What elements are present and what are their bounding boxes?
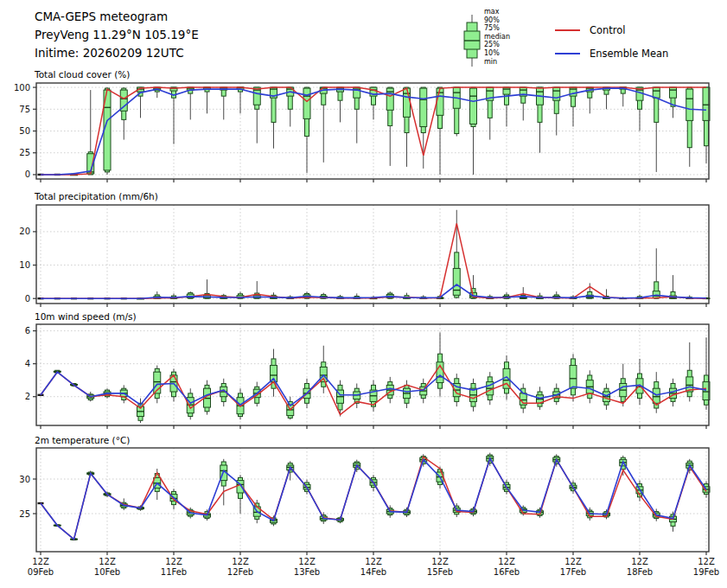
tick-label: 12Z: [698, 557, 715, 566]
box-whisker: [670, 275, 677, 298]
box-whisker: [253, 87, 260, 144]
tick-label: 12Z: [498, 557, 515, 566]
box-whisker: [570, 354, 577, 401]
tick-label: 10Feb: [94, 567, 120, 577]
tick-label: 12Z: [365, 557, 382, 566]
tick-label: 12Z: [631, 557, 648, 566]
meteogram-page: { "header": { "line1": "CMA-GEPS meteogr…: [0, 0, 727, 588]
tick-label: 100: [14, 83, 30, 93]
box-whisker: [220, 87, 227, 119]
box-whisker: [303, 87, 310, 173]
tick-label: 25: [19, 148, 30, 157]
meteogram-plot: 025507510001020246253012Z09Feb12Z10Feb12…: [0, 0, 727, 588]
tick-label: 6: [25, 326, 30, 336]
gridlines: [36, 448, 709, 552]
panel-frame: [36, 448, 709, 552]
box-whisker: [354, 383, 360, 408]
tick-label: 75: [19, 105, 30, 114]
tick-label: 25: [19, 509, 30, 519]
tick-label: 12Z: [232, 557, 249, 566]
tick-label: 0: [25, 169, 30, 179]
box-whisker: [420, 87, 427, 169]
box-whisker: [487, 372, 494, 405]
box-whisker: [404, 380, 411, 408]
tick-label: 10: [19, 260, 30, 270]
box-whisker: [586, 87, 593, 113]
box-whisker: [170, 368, 177, 401]
panel-frame: [36, 205, 709, 304]
box-whisker: [636, 359, 643, 405]
tick-label: 12Z: [165, 557, 182, 566]
box-whisker: [520, 383, 526, 412]
box-whisker: [187, 291, 194, 298]
panel-cloud: 0255075100: [14, 83, 710, 182]
box-whisker: [653, 87, 660, 172]
box-whisker: [320, 87, 327, 163]
tick-label: 15Feb: [427, 567, 453, 577]
tick-label: 11Feb: [161, 567, 187, 577]
x-axis-labels: 12Z09Feb12Z10Feb12Z11Feb12Z12Feb12Z13Feb…: [28, 557, 719, 577]
box-whisker: [653, 248, 660, 298]
box-whisker: [370, 87, 377, 119]
box-whisker: [354, 87, 360, 144]
box-whisker: [503, 87, 510, 126]
box-whisker: [237, 475, 244, 514]
tick-label: 2: [25, 392, 30, 401]
tick-label: 20: [19, 227, 30, 236]
y-axis-ticks: 2530: [19, 475, 36, 519]
box-whisker: [520, 87, 526, 120]
box-whisker: [670, 87, 677, 118]
tick-label: 13Feb: [294, 567, 320, 577]
tick-label: 12Feb: [227, 567, 253, 577]
box-whisker: [453, 87, 460, 137]
tick-label: 17Feb: [560, 567, 586, 577]
box-whisker: [120, 87, 127, 140]
box-whisker: [287, 87, 294, 126]
y-axis-ticks: 246: [25, 326, 36, 401]
ensemble-mean-line: [41, 458, 706, 540]
box-whisker: [603, 383, 610, 409]
box-whisker: [337, 87, 344, 122]
tick-label: 30: [19, 475, 30, 484]
box-whisker: [586, 370, 593, 403]
box-whisker: [237, 87, 244, 113]
box-whisker: [670, 512, 677, 532]
box-whisker: [271, 349, 277, 397]
panel-wind: 246: [25, 324, 710, 429]
box-whisker: [370, 380, 377, 412]
tick-label: 12Z: [564, 557, 582, 566]
tick-label: 12Z: [298, 557, 316, 566]
box-whisker: [470, 379, 477, 412]
box-whisker: [653, 372, 660, 413]
box-whisker: [187, 87, 194, 119]
tick-label: 18Feb: [627, 567, 653, 577]
box-whisker: [320, 346, 327, 393]
box-whisker: [487, 87, 494, 140]
box-whisker: [620, 87, 627, 106]
tick-label: 0: [25, 294, 30, 304]
box-whisker: [253, 281, 260, 298]
tick-label: 12Z: [431, 557, 449, 566]
tick-label: 50: [19, 126, 30, 136]
gridlines: [36, 205, 709, 304]
box-whisker: [603, 87, 610, 109]
box-whisker: [386, 377, 393, 403]
box-whisker: [204, 279, 211, 298]
box-whisker: [537, 87, 544, 153]
tick-label: 12Z: [99, 557, 116, 566]
y-axis-ticks: 0255075100: [14, 83, 36, 180]
panel-temperature: 253012Z09Feb12Z10Feb12Z11Feb12Z12Feb12Z1…: [19, 448, 719, 577]
tick-label: 09Feb: [28, 567, 54, 577]
box-whisker: [553, 87, 560, 136]
panel-precipitation: 01020: [19, 205, 710, 307]
tick-label: 12Z: [32, 557, 49, 566]
box-whisker: [686, 87, 693, 167]
tick-label: 14Feb: [360, 567, 386, 577]
y-axis-ticks: 01020: [19, 227, 36, 303]
tick-label: 19Feb: [693, 567, 719, 577]
box-whisker: [686, 342, 693, 401]
box-whisker: [386, 87, 393, 166]
box-whisker: [220, 459, 227, 506]
box-whisker: [204, 87, 211, 113]
tick-label: 4: [25, 359, 30, 368]
